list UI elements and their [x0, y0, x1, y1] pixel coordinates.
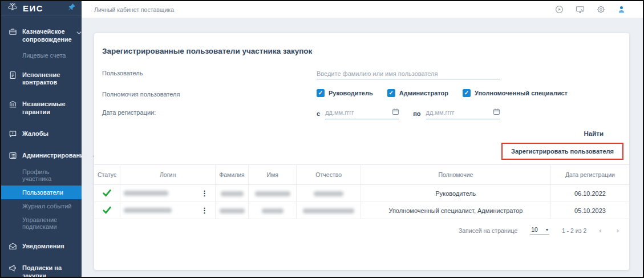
redacted-surname	[220, 208, 245, 213]
sidebar-item-personal-accounts[interactable]: Лицевые счета	[1, 49, 82, 62]
next-page-icon[interactable]: ›	[617, 226, 619, 235]
complaint-icon	[8, 130, 17, 138]
filter-row-user: Пользователь	[94, 68, 629, 79]
page-size-value: 10	[531, 226, 538, 233]
name-cell	[249, 202, 297, 219]
kebab-menu-icon[interactable]: ⋮	[197, 207, 212, 214]
column-header-registration-date: Дата регистрации	[550, 165, 629, 185]
settings-gear-icon[interactable]	[597, 5, 605, 14]
monitor-icon[interactable]	[576, 5, 585, 14]
column-header-patronymic: Отчество	[297, 165, 361, 185]
authority-cell: Руководитель	[361, 185, 550, 202]
megaphone-icon	[8, 264, 17, 272]
sidebar-item-procurement-subscriptions[interactable]: Подписки на закупки	[1, 260, 82, 278]
patronymic-cell	[297, 202, 361, 219]
sidebar-item-label: Уведомления	[22, 243, 64, 251]
sidebar-item-users[interactable]: Пользователи	[1, 186, 82, 199]
sidebar-item-contract-execution[interactable]: Исполнение контрактов	[1, 67, 82, 92]
app-window: ЕИС Казначейское сопровождение Лицев	[0, 0, 644, 278]
calendar-icon[interactable]	[493, 107, 500, 118]
date-to-placeholder: дд.мм.гггг	[426, 109, 455, 116]
sidebar: ЕИС Казначейское сопровождение Лицев	[1, 1, 82, 277]
content-area: Зарегистрированные пользователи участник…	[82, 18, 643, 277]
page-size-select[interactable]: 10 ▾	[530, 226, 549, 235]
document-icon	[8, 71, 17, 79]
kebab-menu-icon[interactable]: ⋮	[197, 190, 212, 197]
column-header-authority: Полномочие	[361, 165, 550, 185]
sidebar-item-complaints[interactable]: Жалобы	[1, 126, 82, 143]
topbar-title: Личный кабинет поставщика	[94, 6, 174, 13]
login-cell: ⋮	[120, 185, 216, 202]
name-cell	[249, 185, 297, 202]
checkbox-label: Администратор	[399, 90, 448, 96]
status-active-check-icon	[102, 208, 112, 215]
dropdown-caret-icon: ▾	[546, 227, 548, 232]
status-cell	[94, 202, 120, 219]
search-button[interactable]: Найти	[584, 130, 604, 137]
prev-page-icon[interactable]: ‹	[599, 226, 601, 235]
column-header-login: Логин	[120, 165, 216, 185]
user-search-input[interactable]	[317, 69, 500, 79]
topbar: Личный кабинет поставщика	[82, 1, 643, 18]
date-to-label: по	[413, 110, 420, 117]
filter-row-date: Дата регистрации: с дд.мм.гггг	[94, 107, 629, 119]
redacted-name	[262, 208, 283, 213]
table-row: ⋮ Уполномоченный специалист, Администрат…	[94, 202, 629, 219]
sidebar-item-administration[interactable]: Администрирование	[1, 147, 82, 166]
date-to-field[interactable]: дд.мм.гггг	[426, 107, 500, 119]
surname-cell	[215, 185, 248, 202]
video-help-icon[interactable]	[555, 5, 564, 14]
checkbox-administrator[interactable]: ✓ Администратор	[387, 89, 448, 97]
admin-list-icon	[8, 151, 17, 160]
authority-filter-label: Полномочия пользователя	[102, 89, 317, 98]
sidebar-item-label: Независимые гарантии	[22, 100, 76, 116]
page-range: 1 - 2 из 2	[562, 227, 586, 234]
sidebar-item-notifications[interactable]: Уведомления	[1, 238, 82, 255]
registration-date-cell: 05.10.2023	[550, 202, 629, 219]
status-cell	[94, 185, 120, 202]
date-from-placeholder: дд.мм.гггг	[325, 109, 354, 116]
page-title: Зарегистрированные пользователи участник…	[102, 47, 620, 55]
date-from-field[interactable]: дд.мм.гггг	[325, 107, 399, 119]
login-cell: ⋮	[120, 202, 216, 219]
register-user-button[interactable]: Зарегистрировать пользователя	[503, 144, 622, 159]
redacted-patronymic	[303, 208, 354, 213]
users-table: Статус Логин Фамилия Имя Отчество Полном…	[94, 164, 629, 219]
checkbox-authorized-specialist[interactable]: ✓ Уполномоченный специалист	[463, 89, 568, 97]
sidebar-item-participant-profile[interactable]: Профиль участника	[1, 165, 82, 186]
checkbox-label: Руководитель	[329, 90, 373, 96]
checkbox-label: Уполномоченный специалист	[475, 90, 568, 96]
column-header-name: Имя	[249, 165, 297, 185]
brand-header: ЕИС	[1, 1, 82, 15]
sidebar-item-label: Администрирование	[22, 152, 87, 160]
column-header-status: Статус	[94, 165, 120, 185]
registration-date-cell: 06.10.2022	[550, 185, 629, 202]
pin-icon[interactable]	[68, 3, 76, 13]
registered-users-card: Зарегистрированные пользователи участник…	[94, 33, 629, 270]
checkbox-checked-icon: ✓	[317, 89, 325, 97]
briefcase-icon	[8, 27, 17, 36]
sidebar-item-label: Жалобы	[22, 130, 48, 138]
user-profile-icon[interactable]	[617, 5, 626, 14]
calendar-icon[interactable]	[392, 107, 399, 118]
checkbox-manager[interactable]: ✓ Руководитель	[317, 89, 373, 97]
main-area: Личный кабинет поставщика	[82, 1, 643, 277]
redacted-surname	[221, 191, 244, 196]
redacted-login	[124, 191, 168, 196]
authority-cell: Уполномоченный специалист, Администратор	[361, 202, 550, 219]
bank-icon	[8, 100, 17, 108]
sidebar-item-label: Казначейское сопровождение	[22, 28, 71, 44]
checkbox-checked-icon: ✓	[463, 89, 471, 97]
date-from-label: с	[317, 110, 320, 117]
sidebar-item-treasury-support[interactable]: Казначейское сопровождение	[1, 23, 82, 49]
filter-row-authority: Полномочия пользователя ✓ Руководитель ✓…	[94, 89, 629, 98]
sidebar-item-event-log[interactable]: Журнал событий	[1, 199, 82, 213]
redacted-login	[124, 208, 172, 213]
table-header-row: Статус Логин Фамилия Имя Отчество Полном…	[94, 165, 629, 185]
column-header-surname: Фамилия	[215, 165, 248, 185]
table-row: ⋮ Руководитель 06.10.2022	[94, 185, 629, 202]
sidebar-item-independent-guarantees[interactable]: Независимые гарантии	[1, 96, 82, 121]
sidebar-item-label: Исполнение контрактов	[22, 71, 76, 87]
pagination: Записей на странице 10 ▾ 1 - 2 из 2 ‹ ›	[94, 219, 629, 235]
sidebar-item-subscription-management[interactable]: Управление подписками	[1, 213, 82, 233]
